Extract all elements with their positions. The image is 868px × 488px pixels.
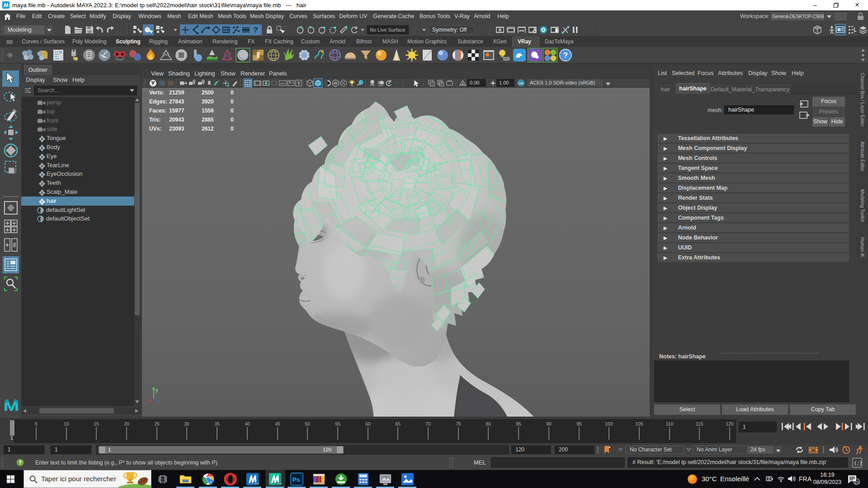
svg-text:Ps: Ps [292,476,300,483]
svg-text:MAYA: MAYA [254,483,259,485]
svg-text:100: 100 [280,82,284,85]
svg-text:h: h [210,480,212,484]
svg-text:T: T [297,81,300,86]
svg-text:{;}: {;} [854,461,862,466]
svg-text:y: y [156,387,158,393]
svg-text:?: ? [253,26,258,34]
svg-text:?: ? [563,51,568,60]
svg-text:IPR: IPR [519,29,524,33]
svg-text:CM: CM [518,81,524,85]
svg-text:MAYA: MAYA [277,483,282,485]
svg-text:?: ? [19,460,22,466]
svg-text:10: 10 [854,480,859,484]
